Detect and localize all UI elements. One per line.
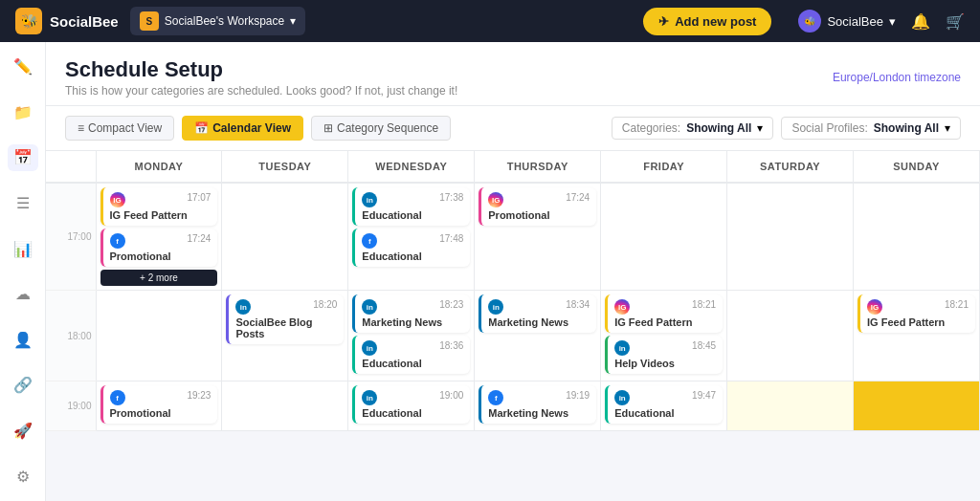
add-post-icon: ✈ [658,14,669,29]
event-icon: IG [488,192,503,207]
workspace-button[interactable]: S SocialBee's Workspace ▾ [130,7,305,35]
sidebar-icon-cloud[interactable]: ☁ [8,281,38,308]
notifications-icon[interactable]: 🔔 [911,12,930,31]
event-time: 18:21 [692,299,716,310]
compact-view-label: Compact View [88,121,162,135]
event-name: Educational [362,209,463,221]
sidebar-icon-compose[interactable]: ✏️ [8,54,38,80]
event-card[interactable]: 19:23 f Promotional [100,385,218,424]
event-name: Marketing News [488,407,590,419]
avatar: 🐝 [798,10,821,33]
category-sequence-icon: ⊞ [323,121,333,135]
event-card[interactable]: 19:00 in Educational [352,385,470,424]
calendar-row: 18:00 18:20 in SocialBee Blog Posts 18:2… [46,291,980,381]
event-name: Promotional [488,209,590,221]
event-card[interactable]: 18:34 in Marketing News [479,294,596,333]
event-card[interactable]: 17:24 IG Promotional [479,187,596,226]
workspace-chevron: ▾ [290,14,296,28]
event-time: 18:36 [439,340,463,351]
event-card[interactable]: 18:21 IG IG Feed Pattern [605,294,723,333]
page-title: Schedule Setup [65,57,961,82]
calendar-view-button[interactable]: 📅 Calendar View [182,116,303,141]
calendar-header: MONDAY TUESDAY WEDNESDAY THURSDAY FRIDAY… [46,151,980,183]
time-label: 19:00 [46,381,96,431]
event-card[interactable]: 18:21 IG IG Feed Pattern [858,294,975,333]
category-sequence-button[interactable]: ⊞ Category Sequence [311,116,451,141]
event-card[interactable]: 17:48 f Educational [352,229,470,267]
calendar-cell [222,183,348,291]
calendar-cell: 18:34 in Marketing News [475,291,601,381]
sidebar-icon-settings[interactable]: ⚙ [8,463,38,490]
user-label: SocialBee [827,14,883,29]
sidebar-icon-analytics[interactable]: 📊 [8,235,38,262]
calendar-cell: 19:00 in Educational [348,381,475,431]
event-name: Help Videos [614,358,716,369]
calendar-cell [727,381,854,431]
event-card[interactable]: 17:38 in Educational [352,187,470,226]
calendar-cell [96,291,222,381]
compact-view-button[interactable]: ≡ Compact View [65,116,174,141]
nav-user[interactable]: 🐝 SocialBee ▾ [798,10,896,33]
sidebar-icon-rocket[interactable]: 🚀 [8,418,38,445]
sidebar-icon-calendar[interactable]: 📅 [8,144,38,171]
calendar-cell [727,183,854,291]
workspace-icon: S [140,11,159,31]
nav-right: 🐝 SocialBee ▾ 🔔 🛒 [798,10,965,33]
event-icon: f [362,233,377,249]
page-header: Schedule Setup This is how your categori… [46,42,980,106]
sidebar-icon-user[interactable]: 👤 [8,327,38,354]
calendar-cell: 18:21 IG IG Feed Pattern [854,291,980,381]
sidebar-icon-list[interactable]: ☰ [8,190,38,217]
event-card[interactable]: 18:20 in SocialBee Blog Posts [226,294,344,344]
event-card[interactable]: 17:07 IG IG Feed Pattern [100,187,218,226]
event-name: Educational [614,407,716,419]
calendar-cell: 19:47 in Educational [601,381,727,431]
calendar-container: MONDAY TUESDAY WEDNESDAY THURSDAY FRIDAY… [46,151,980,501]
social-profiles-filter[interactable]: Social Profiles: Showing All ▾ [781,117,961,140]
calendar-cell: 17:24 IG Promotional [475,183,601,291]
categories-filter[interactable]: Categories: Showing All ▾ [612,117,774,140]
event-name: Marketing News [362,316,463,328]
calendar-row: 17:00 17:07 IG IG Feed Pattern 17:24 f P… [46,183,980,291]
event-card[interactable]: 18:23 in Marketing News [352,294,470,333]
time-label: 17:00 [46,183,96,291]
event-time: 17:07 [187,192,211,203]
user-chevron: ▾ [889,14,896,29]
sidebar-icon-link[interactable]: 🔗 [8,372,38,399]
event-icon: IG [614,299,630,315]
event-name: Marketing News [488,316,590,328]
event-icon: f [488,390,503,405]
event-card[interactable]: 18:45 in Help Videos [605,336,723,374]
calendar-cell: 18:20 in SocialBee Blog Posts [222,291,348,381]
cart-icon[interactable]: 🛒 [946,12,965,31]
event-icon: in [488,299,503,315]
calendar-cell [854,381,980,431]
social-profiles-chevron-icon: ▾ [945,121,950,135]
add-post-button[interactable]: ✈ Add new post [643,8,771,35]
event-icon: in [614,390,630,405]
event-name: Educational [362,407,463,419]
calendar-body: 17:00 17:07 IG IG Feed Pattern 17:24 f P… [46,183,980,431]
col-saturday: SATURDAY [727,151,854,183]
event-card[interactable]: 17:24 f Promotional [100,229,218,267]
calendar-cell: 19:19 f Marketing News [475,381,601,431]
add-post-label: Add new post [675,14,756,29]
event-card[interactable]: 19:19 f Marketing News [479,385,596,424]
event-time: 17:24 [187,233,211,244]
event-name: Educational [362,358,463,369]
categories-filter-label: Categories: [622,121,680,135]
topnav: 🐝 SocialBee S SocialBee's Workspace ▾ ✈ … [0,0,980,42]
calendar-cell: 18:23 in Marketing News 18:36 in Educati… [348,291,475,381]
event-card[interactable]: 18:36 in Educational [352,336,470,374]
main-content: Schedule Setup This is how your categori… [46,42,980,501]
calendar-cell: 18:21 IG IG Feed Pattern 18:45 in Help V… [601,291,727,381]
event-time: 18:23 [439,299,463,310]
timezone-link[interactable]: Europe/London timezone [833,71,961,84]
event-name: IG Feed Pattern [867,316,969,328]
sidebar-icon-folder[interactable]: 📁 [8,99,38,126]
toolbar: ≡ Compact View 📅 Calendar View ⊞ Categor… [46,106,980,151]
event-card[interactable]: 19:47 in Educational [605,385,723,424]
calendar-cell [222,381,348,431]
event-name: IG Feed Pattern [110,209,212,221]
more-button[interactable]: + 2 more [100,270,218,286]
